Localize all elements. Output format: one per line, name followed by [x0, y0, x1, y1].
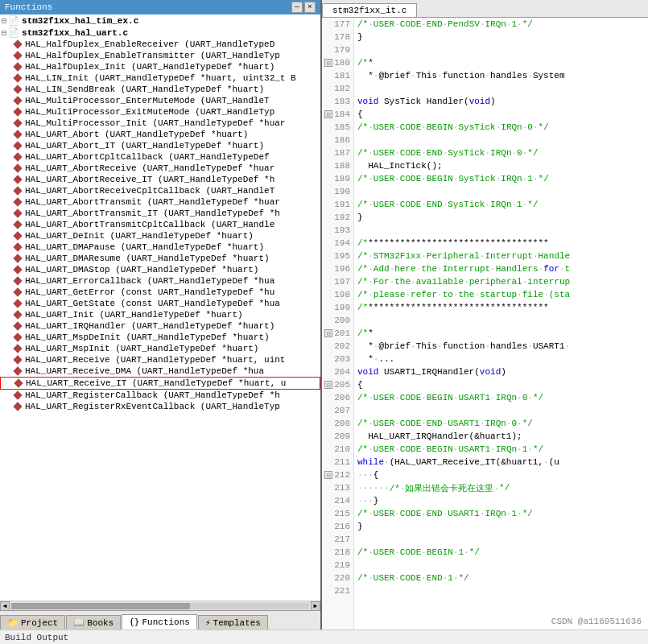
line-number: 197: [322, 275, 353, 288]
diamond-icon: [13, 186, 22, 195]
tree-item[interactable]: HAL_UART_AbortTransmitCpltCallback (UART…: [0, 219, 320, 230]
code-line: [354, 134, 648, 147]
editor-tab-active[interactable]: stm32f1xx_it.c: [322, 3, 417, 17]
tab-project[interactable]: 📁 Project: [0, 615, 65, 630]
line-number: 218: [322, 546, 353, 559]
tree-item-label: HAL_UART_Receive_DMA (UART_HandleTypeDef…: [25, 366, 264, 376]
tree-item[interactable]: HAL_UART_AbortTransmit (UART_HandleTypeD…: [0, 196, 320, 208]
tree-item[interactable]: HAL_UART_RegisterCallback (UART_HandleTy…: [0, 390, 320, 401]
diamond-icon: [13, 96, 22, 105]
tree-item[interactable]: HAL_LIN_SendBreak (UART_HandleTypeDef *h…: [0, 84, 320, 95]
tree-item[interactable]: HAL_LIN_Init (UART_HandleTypeDef *huart,…: [0, 72, 320, 84]
code-line: /*·USER·CODE·END·SysTick·IRQn·0·*/: [354, 147, 648, 159]
tree-item[interactable]: HAL_UART_MspDeInit (UART_HandleTypeDef *…: [0, 332, 320, 343]
code-content-area[interactable]: 177178179⊟180181182183⊟18418518618718818…: [322, 18, 648, 630]
diamond-icon: [13, 321, 22, 330]
line-number: 217: [322, 533, 353, 546]
tree-item-label: HAL_HalfDuplex_EnableTransmitter (UART_H…: [25, 51, 280, 60]
diamond-icon: [13, 390, 22, 399]
code-line: /*·USER·CODE·END·1·*/: [354, 572, 648, 584]
tree-item[interactable]: HAL_UART_Abort (UART_HandleTypeDef *huar…: [0, 129, 320, 140]
tree-item[interactable]: HAL_UART_DMAPause (UART_HandleTypeDef *h…: [0, 242, 320, 253]
tree-item[interactable]: HAL_UART_MspInit (UART_HandleTypeDef *hu…: [0, 343, 320, 354]
code-line: ···}: [354, 494, 648, 507]
tree-item[interactable]: HAL_HalfDuplex_EnableTransmitter (UART_H…: [0, 50, 320, 61]
panel-title: Functions: [5, 2, 52, 12]
watermark: CSDN @a1169511636: [551, 617, 642, 626]
tree-item[interactable]: HAL_UART_RegisterRxEventCallback (UART_H…: [0, 401, 320, 412]
tree-item[interactable]: ⊟📄stm32f1xx_hal_uart.c: [0, 27, 320, 39]
line-number: 195: [322, 250, 353, 262]
tree-item-label: HAL_UART_DMAStop (UART_HandleTypeDef *hu…: [25, 265, 258, 275]
tree-item[interactable]: HAL_UART_Receive_DMA (UART_HandleTypeDef…: [0, 365, 320, 377]
tree-item[interactable]: HAL_UART_Abort_IT (UART_HandleTypeDef *h…: [0, 140, 320, 151]
scroll-left-btn[interactable]: ◀: [0, 601, 10, 611]
tree-item[interactable]: HAL_UART_AbortReceive_IT (UART_HandleTyp…: [0, 174, 320, 185]
tree-item-label: HAL_HalfDuplex_EnableReceiver (UART_Hand…: [25, 39, 274, 49]
collapse-btn[interactable]: ⊟: [324, 59, 332, 67]
line-number: 208: [322, 417, 353, 430]
line-number: 210: [322, 443, 353, 456]
tree-item[interactable]: HAL_UART_GetError (const UART_HandleType…: [0, 287, 320, 298]
tree-item-label: HAL_UART_GetError (const UART_HandleType…: [25, 287, 274, 297]
line-number: 193: [322, 224, 353, 237]
tree-item[interactable]: ⊟📄stm32f1xx_hal_tim_ex.c: [0, 14, 320, 27]
diamond-icon: [13, 62, 22, 71]
tree-item[interactable]: HAL_UART_GetState (const UART_HandleType…: [0, 298, 320, 309]
expand-icon[interactable]: ⊟: [2, 16, 6, 26]
collapse-btn[interactable]: ⊟: [324, 329, 332, 337]
tree-item[interactable]: HAL_MultiProcessor_EnterMuteMode (UART_H…: [0, 95, 320, 106]
line-number: ⊟212: [322, 469, 353, 481]
tree-item[interactable]: HAL_MultiProcessor_Init (UART_HandleType…: [0, 118, 320, 129]
scroll-right-btn[interactable]: ▶: [311, 601, 320, 611]
tree-item[interactable]: HAL_UART_Init (UART_HandleTypeDef *huart…: [0, 309, 320, 320]
expand-icon[interactable]: ⊟: [2, 28, 6, 38]
line-number: 213: [322, 481, 353, 494]
functions-panel: Functions ─ × ⊟📄stm32f1xx_hal_tim_ex.c⊟📄…: [0, 0, 322, 630]
diamond-icon: [13, 332, 22, 341]
pin-button[interactable]: ─: [291, 2, 303, 13]
horizontal-scrollbar[interactable]: ◀ ▶: [0, 601, 320, 610]
tab-functions[interactable]: {} Functions: [122, 614, 197, 630]
tree-item-label: HAL_UART_AbortReceive (UART_HandleTypeDe…: [25, 163, 274, 173]
tree-item[interactable]: HAL_UART_IRQHandler (UART_HandleTypeDef …: [0, 320, 320, 332]
tree-item[interactable]: HAL_UART_ErrorCallback (UART_HandleTypeD…: [0, 275, 320, 287]
collapse-btn[interactable]: ⊟: [324, 381, 332, 389]
tree-item-label: HAL_UART_GetState (const UART_HandleType…: [25, 299, 280, 308]
tree-item-label: stm32f1xx_hal_tim_ex.c: [22, 16, 138, 26]
panel-header: Functions ─ ×: [0, 0, 320, 14]
line-number: 202: [322, 340, 353, 353]
tree-item[interactable]: HAL_HalfDuplex_Init (UART_HandleTypeDef …: [0, 61, 320, 72]
tab-templates[interactable]: ⚡ Templates: [198, 615, 268, 630]
diamond-icon: [13, 197, 22, 206]
code-line: /*·USER·CODE·BEGIN·SysTick·IRQn·1·*/: [354, 172, 648, 185]
code-line: [354, 404, 648, 417]
line-number: 200: [322, 314, 353, 327]
tab-books[interactable]: 📖 Books: [66, 615, 121, 630]
tree-item[interactable]: HAL_UART_DMAResume (UART_HandleTypeDef *…: [0, 253, 320, 264]
tree-item[interactable]: HAL_UART_AbortReceive (UART_HandleTypeDe…: [0, 163, 320, 174]
collapse-btn[interactable]: ⊟: [324, 110, 332, 118]
function-tree[interactable]: ⊟📄stm32f1xx_hal_tim_ex.c⊟📄stm32f1xx_hal_…: [0, 14, 320, 601]
close-button[interactable]: ×: [304, 2, 316, 13]
code-line: }: [354, 520, 648, 533]
tree-item[interactable]: HAL_UART_AbortCpltCallback (UART_HandleT…: [0, 151, 320, 163]
code-line: void USART1_IRQHandler(void): [354, 365, 648, 378]
tree-item[interactable]: HAL_UART_DMAStop (UART_HandleTypeDef *hu…: [0, 264, 320, 275]
editor-tab-bar: stm32f1xx_it.c: [322, 0, 648, 18]
line-number: 192: [322, 211, 353, 224]
tree-item[interactable]: HAL_UART_Receive_IT (UART_HandleTypeDef …: [0, 377, 320, 390]
build-output-label: Build Output: [5, 633, 68, 642]
line-number: 181: [322, 69, 353, 82]
tree-item[interactable]: HAL_UART_Receive (UART_HandleTypeDef *hu…: [0, 354, 320, 365]
tree-item[interactable]: HAL_UART_AbortTransmit_IT (UART_HandleTy…: [0, 208, 320, 219]
tree-item[interactable]: HAL_UART_DeInit (UART_HandleTypeDef *hua…: [0, 230, 320, 242]
tree-item[interactable]: HAL_UART_AbortReceiveCpltCallback (UART_…: [0, 185, 320, 196]
tree-item-label: HAL_UART_IRQHandler (UART_HandleTypeDef …: [25, 321, 274, 331]
tree-item[interactable]: HAL_MultiProcessor_ExitMuteMode (UART_Ha…: [0, 106, 320, 118]
line-number: 179: [322, 43, 353, 56]
code-line: /*·USER·CODE·END·USART1·IRQn·1·*/: [354, 507, 648, 520]
collapse-btn[interactable]: ⊟: [324, 471, 332, 479]
templates-icon: ⚡: [205, 617, 211, 628]
tree-item[interactable]: HAL_HalfDuplex_EnableReceiver (UART_Hand…: [0, 39, 320, 50]
